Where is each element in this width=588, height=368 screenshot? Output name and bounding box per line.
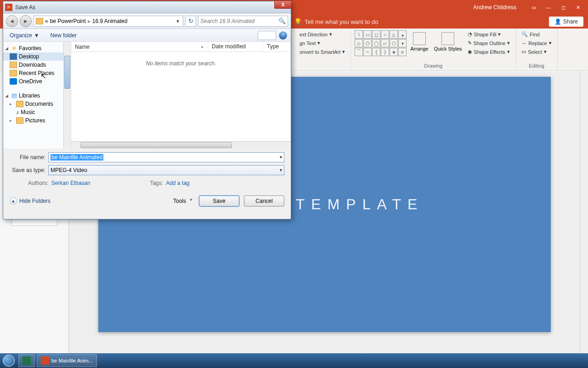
sidebar-desktop[interactable]: Desktop xyxy=(3,52,71,61)
replace-button[interactable]: ↔ Replace ▾ xyxy=(520,39,553,47)
text-direction-button[interactable]: ext Direction ▾ xyxy=(298,30,347,38)
dialog-form: File name: be Mainfile Animated ▼ Save a… xyxy=(3,149,291,193)
dialog-nav-bar: ◄ ► « be PowerPoint ▸ 16.9 Animated ▾ ↻ … xyxy=(3,13,291,29)
hide-folders-button[interactable]: ▲ Hide Folders xyxy=(10,197,51,205)
shapes-gallery[interactable]: \▭◻○△▴ ◇⬡◯▱⬠▾ ⌒~{}★≡ xyxy=(355,30,407,56)
cancel-button[interactable]: Cancel xyxy=(244,196,284,207)
share-icon: 👤 xyxy=(554,18,561,25)
powerpoint-small-icon: P xyxy=(5,4,12,11)
savetype-dropdown[interactable]: MPEG-4 Video ▼ xyxy=(48,165,284,175)
tags-label: Tags: xyxy=(150,180,163,186)
windows-taskbar[interactable]: be Mainfile Anim... xyxy=(0,353,588,368)
music-icon: ♪ xyxy=(16,109,19,115)
align-text-button[interactable]: gn Text ▾ xyxy=(298,39,347,47)
start-button[interactable] xyxy=(0,353,17,368)
folder-icon xyxy=(36,18,43,24)
pp-user[interactable]: Andrew Childress xyxy=(473,4,516,11)
editing-group-label: Editing xyxy=(520,62,553,69)
arrange-button[interactable]: Arrange xyxy=(408,30,430,53)
pp-minimize-icon[interactable]: — xyxy=(542,3,555,12)
file-list-area[interactable]: Name▲ Date modified Type No items match … xyxy=(71,42,291,149)
help-button[interactable]: ? xyxy=(279,31,287,40)
lightbulb-icon: 💡 xyxy=(294,18,302,25)
sidebar-favorites[interactable]: ◢★Favorites xyxy=(3,44,71,52)
chevron-right-icon: ▸ xyxy=(88,18,90,24)
quick-styles-icon xyxy=(441,32,454,45)
sidebar-pictures[interactable]: ▸Pictures xyxy=(3,116,71,125)
dialog-close-button[interactable]: X xyxy=(274,0,292,9)
sidebar-onedrive[interactable]: OneDrive xyxy=(3,77,71,86)
convert-smartart-button[interactable]: onvert to SmartArt ▾ xyxy=(298,48,347,56)
sidebar-music[interactable]: ♪Music xyxy=(3,108,71,116)
arrange-icon xyxy=(413,32,426,45)
column-type[interactable]: Type xyxy=(263,42,291,52)
new-folder-button[interactable]: New folder xyxy=(48,31,79,40)
folder-icon xyxy=(10,70,17,76)
tags-value[interactable]: Add a tag xyxy=(166,180,189,186)
column-date[interactable]: Date modified xyxy=(208,42,263,52)
dialog-title-bar[interactable]: P Save As X xyxy=(3,1,291,13)
pp-ribbon-options-icon[interactable]: ▭ xyxy=(527,3,540,12)
search-box[interactable]: 🔍 xyxy=(198,16,288,27)
refresh-button[interactable]: ↻ xyxy=(185,16,196,27)
breadcrumb-part1[interactable]: be PowerPoint xyxy=(50,18,86,24)
nav-back-button[interactable]: ◄ xyxy=(6,15,18,27)
dialog-sidebar: ◢★Favorites Desktop Downloads Recent Pla… xyxy=(3,42,71,149)
taskbar-powerpoint[interactable]: be Mainfile Anim... xyxy=(37,354,97,367)
documents-icon xyxy=(16,101,23,107)
canvas-scrollbar[interactable] xyxy=(580,71,588,354)
desktop-icon xyxy=(10,53,17,60)
tools-dropdown[interactable]: Tools xyxy=(169,196,194,206)
windows-orb-icon xyxy=(3,355,15,367)
nav-forward-button[interactable]: ► xyxy=(20,15,32,27)
sidebar-downloads[interactable]: Downloads xyxy=(3,61,71,69)
dialog-toolbar: Organize ▼ New folder ? xyxy=(3,29,291,42)
pictures-icon xyxy=(16,117,23,124)
taskbar-excel[interactable] xyxy=(18,354,35,367)
shape-effects-button[interactable]: ◉ Shape Effects ▾ xyxy=(466,48,512,56)
quick-styles-button[interactable]: Quick Styles xyxy=(432,30,464,53)
dialog-title: Save As xyxy=(15,4,289,11)
onedrive-icon xyxy=(10,78,17,85)
savetype-dropdown-icon[interactable]: ▼ xyxy=(279,168,283,172)
breadcrumb-bar[interactable]: « be PowerPoint ▸ 16.9 Animated ▾ xyxy=(34,16,183,27)
chevron-up-icon: ▲ xyxy=(10,197,17,205)
pp-close-icon[interactable]: ✕ xyxy=(571,3,584,12)
powerpoint-icon xyxy=(41,356,49,365)
authors-value[interactable]: Serkan Elbasan xyxy=(51,180,90,186)
ribbon-drawing-group: \▭◻○△▴ ◇⬡◯▱⬠▾ ⌒~{}★≡ Arrange Quick Style… xyxy=(351,29,516,70)
pp-maximize-icon[interactable]: ◻ xyxy=(557,3,570,12)
sidebar-scrollbar[interactable] xyxy=(63,42,71,149)
file-list-hscrollbar[interactable] xyxy=(71,141,291,149)
shape-outline-button[interactable]: ✎ Shape Outline ▾ xyxy=(466,39,512,47)
view-mode-button[interactable] xyxy=(258,31,276,40)
savetype-label: Save as type: xyxy=(10,167,45,173)
share-button[interactable]: 👤 Share xyxy=(549,17,583,27)
folder-icon xyxy=(10,62,17,68)
search-icon[interactable]: 🔍 xyxy=(278,17,286,24)
column-name[interactable]: Name▲ xyxy=(71,42,208,52)
filename-dropdown-icon[interactable]: ▼ xyxy=(279,155,283,160)
sidebar-documents[interactable]: ▸Documents xyxy=(3,100,71,108)
find-button[interactable]: 🔍 Find xyxy=(520,30,553,38)
sidebar-recent-places[interactable]: Recent Places xyxy=(3,69,71,77)
shape-fill-button[interactable]: ◔ Shape Fill ▾ xyxy=(466,30,512,38)
select-button[interactable]: ▭ Select ▾ xyxy=(520,48,553,56)
authors-label: Authors: xyxy=(28,180,49,186)
drawing-group-label: Drawing xyxy=(355,62,512,69)
save-button[interactable]: Save xyxy=(199,196,239,207)
dialog-footer: ▲ Hide Folders Tools Save Cancel xyxy=(3,193,291,212)
organize-button[interactable]: Organize ▼ xyxy=(7,31,42,40)
sort-indicator-icon: ▲ xyxy=(200,45,204,49)
filename-input[interactable]: be Mainfile Animated ▼ xyxy=(48,152,284,162)
search-input[interactable] xyxy=(200,18,278,24)
breadcrumb-part2[interactable]: 16.9 Animated xyxy=(92,18,128,24)
ribbon-paragraph-partial: ext Direction ▾ gn Text ▾ onvert to Smar… xyxy=(294,29,351,70)
file-columns: Name▲ Date modified Type xyxy=(71,42,291,52)
tell-me-search[interactable]: 💡 Tell me what you want to do xyxy=(294,18,549,25)
save-as-dialog: P Save As X ◄ ► « be PowerPoint ▸ 16.9 A… xyxy=(3,1,291,219)
breadcrumb-dropdown-button[interactable]: ▾ xyxy=(175,18,181,24)
excel-icon xyxy=(23,356,31,365)
ribbon-editing-group: 🔍 Find ↔ Replace ▾ ▭ Select ▾ Editing xyxy=(516,29,557,70)
sidebar-libraries[interactable]: ◢▤Libraries xyxy=(3,91,71,100)
